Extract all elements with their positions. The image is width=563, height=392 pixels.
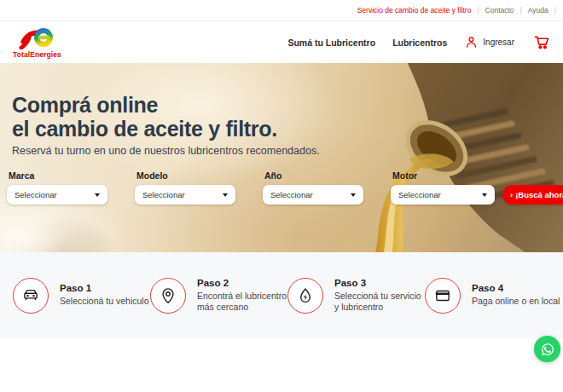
nav-suma-lubricentro[interactable]: Sumá tu Lubricentro xyxy=(287,37,375,48)
search-button[interactable]: › ¡Buscá ahora! xyxy=(502,185,563,205)
main-nav: Sumá tu Lubricentro Lubricentros Ingresa… xyxy=(287,33,551,51)
separator: | xyxy=(477,6,479,14)
location-pin-icon xyxy=(159,286,177,305)
step-2-text: Paso 2 Encontrá el lubricentro más cerca… xyxy=(197,278,287,313)
hero-subtitle: Reservá tu turno en uno de nuestros lubr… xyxy=(12,145,563,157)
anio-select[interactable]: Seleccionar xyxy=(263,185,363,205)
credit-card-icon xyxy=(433,286,452,305)
step-2-title: Paso 2 xyxy=(197,278,287,288)
step-1-title: Paso 1 xyxy=(60,283,148,293)
field-motor: Motor Seleccionar xyxy=(391,170,495,205)
help-link[interactable]: Ayuda xyxy=(528,6,548,14)
search-button-chevron: › xyxy=(510,190,513,199)
hero-banner: Comprá online el cambio de aceite y filt… xyxy=(0,63,563,252)
step-4-circle xyxy=(425,278,461,314)
modelo-select-value: Seleccionar xyxy=(142,190,185,199)
whatsapp-button[interactable] xyxy=(534,336,560,362)
cart-button[interactable] xyxy=(533,33,551,51)
step-3: Paso 3 Seleccioná tu servicio y lubricen… xyxy=(287,278,425,314)
step-4-text: Paso 4 Paga online o en local xyxy=(472,283,560,307)
anio-select-value: Seleccionar xyxy=(270,190,313,199)
oil-drop-icon xyxy=(296,286,315,305)
vehicle-search-form: Marca Seleccionar Modelo Seleccionar Año… xyxy=(7,170,563,205)
step-2-description: Encontrá el lubricentro más cercano xyxy=(197,291,287,313)
step-1-circle xyxy=(13,278,49,314)
step-4: Paso 4 Paga online o en local xyxy=(425,278,562,314)
hero-title-line2: el cambio de aceite y filtro. xyxy=(12,118,563,141)
modelo-select[interactable]: Seleccionar xyxy=(135,185,235,205)
step-4-title: Paso 4 xyxy=(472,283,560,293)
user-icon xyxy=(464,35,479,49)
field-anio: Año Seleccionar xyxy=(263,170,363,205)
motor-select-value: Seleccionar xyxy=(398,190,441,199)
step-4-description: Paga online o en local xyxy=(472,296,560,307)
step-3-description: Seleccioná tu servicio y lubricentro xyxy=(334,291,425,313)
step-1-description: Seleccioná tu vehiculo xyxy=(60,296,148,307)
field-marca: Marca Seleccionar xyxy=(7,170,107,205)
search-button-label: ¡Buscá ahora! xyxy=(515,190,563,199)
chevron-down-icon xyxy=(482,193,487,197)
whatsapp-icon xyxy=(539,341,556,358)
field-modelo: Modelo Seleccionar xyxy=(135,170,235,205)
cart-icon xyxy=(533,33,551,51)
totalenergies-logo-icon xyxy=(18,26,55,49)
service-link[interactable]: Servicio de cambio de aceite y filtro xyxy=(357,6,472,14)
motor-select[interactable]: Seleccionar xyxy=(391,185,495,205)
chevron-down-icon xyxy=(95,193,100,197)
hero-title: Comprá online el cambio de aceite y filt… xyxy=(12,94,563,141)
brand-wordmark: TotalEnergies xyxy=(13,50,61,59)
step-3-circle xyxy=(287,278,323,314)
chevron-down-icon xyxy=(351,193,356,197)
modelo-label: Modelo xyxy=(136,170,235,181)
step-1-text: Paso 1 Seleccioná tu vehiculo xyxy=(60,283,148,307)
step-1: Paso 1 Seleccioná tu vehiculo xyxy=(13,278,150,314)
marca-label: Marca xyxy=(9,170,107,181)
step-3-text: Paso 3 Seleccioná tu servicio y lubricen… xyxy=(334,278,425,313)
main-header: TotalEnergies Sumá tu Lubricentro Lubric… xyxy=(0,21,563,63)
utility-bar: Servicio de cambio de aceite y filtro | … xyxy=(0,0,563,21)
steps-section: Paso 1 Seleccioná tu vehiculo Paso 2 Enc… xyxy=(0,252,563,338)
step-2-circle xyxy=(150,278,186,314)
step-2: Paso 2 Encontrá el lubricentro más cerca… xyxy=(150,278,287,314)
separator: | xyxy=(520,6,522,14)
nav-lubricentros[interactable]: Lubricentros xyxy=(392,37,447,48)
separator: | xyxy=(554,6,556,14)
marca-select-value: Seleccionar xyxy=(15,190,57,199)
totalenergies-logo[interactable]: TotalEnergies xyxy=(13,26,61,59)
hero-content: Comprá online el cambio de aceite y filt… xyxy=(0,63,563,157)
step-3-title: Paso 3 xyxy=(334,278,425,288)
marca-select[interactable]: Seleccionar xyxy=(7,185,107,205)
contact-link[interactable]: Contacto xyxy=(485,6,514,14)
motor-label: Motor xyxy=(392,170,495,181)
hero-title-line1: Comprá online xyxy=(12,94,563,118)
car-icon xyxy=(21,286,40,305)
login-label: Ingresar xyxy=(483,37,514,47)
chevron-down-icon xyxy=(223,193,228,197)
login-button[interactable]: Ingresar xyxy=(464,35,514,49)
anio-label: Año xyxy=(264,170,363,181)
